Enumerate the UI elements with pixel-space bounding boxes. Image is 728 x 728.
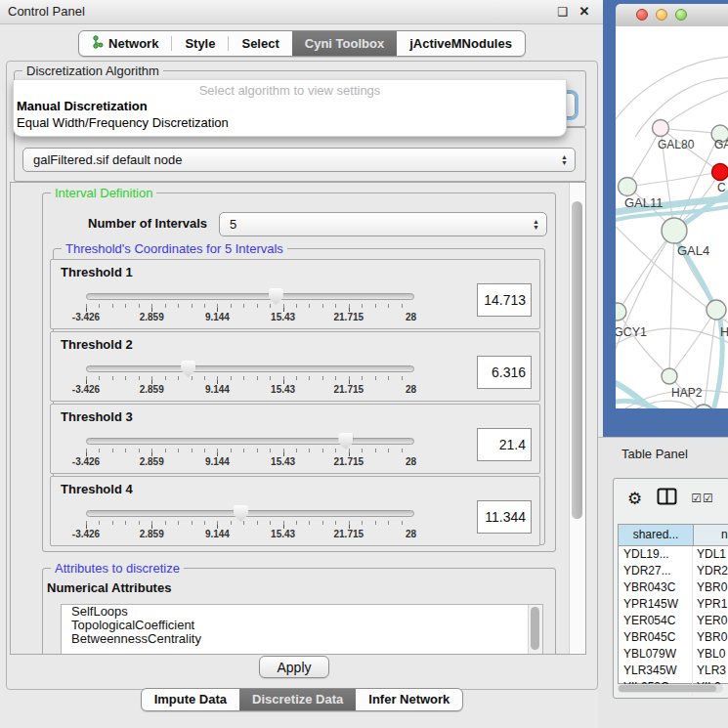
network-window-frame[interactable]: GAL80GACGAL11GAL4GCY1HHAP2 [603, 0, 728, 437]
slider-track[interactable] [86, 510, 414, 517]
list-item[interactable]: TopologicalCoefficient [62, 619, 542, 632]
table-row[interactable]: YER054CYER0 [619, 613, 728, 629]
threshold-label: Threshold 2 [61, 337, 133, 352]
network-node[interactable] [662, 368, 677, 384]
control-panel-tabbar: Network Style Select Cyni Toolbox jActiv… [0, 30, 604, 57]
node-label: GAL11 [624, 195, 664, 210]
number-of-intervals-combo[interactable]: 5 ▲▼ [219, 212, 547, 236]
dropdown-option-equal-width[interactable]: Equal Width/Frequency Discretization [14, 114, 566, 131]
table-row[interactable]: YBL079WYBL0 [619, 646, 728, 663]
tick-label: -3.426 [72, 529, 100, 539]
numerical-attributes-list[interactable]: SelfLoops TopologicalCoefficient Between… [61, 604, 543, 655]
column-header[interactable]: na [694, 525, 728, 545]
table-row[interactable]: YBR045CYBR0 [619, 629, 728, 646]
close-window-icon[interactable]: ✕ [575, 0, 594, 23]
network-node[interactable] [662, 218, 687, 243]
group-title: Discretization Algorithm [22, 64, 163, 78]
network-node[interactable] [619, 178, 637, 196]
table-row[interactable]: YDR27...YDR2 [619, 563, 728, 579]
tick-label: 2.859 [140, 384, 164, 395]
threshold-value-field[interactable]: 6.316 [477, 356, 532, 389]
slider-track[interactable] [86, 438, 414, 445]
tick-label: 9.144 [205, 529, 230, 539]
threshold-2-slider[interactable]: -3.426 2.859 9.144 15.43 21.715 28 [86, 362, 414, 395]
mac-zoom-icon[interactable] [675, 9, 687, 21]
table-row[interactable]: YDL19...YDL1 [619, 546, 728, 563]
thresholds-group: Threshold's Coordinates for 5 Intervals … [53, 248, 545, 545]
tab-discretize-data[interactable]: Discretize Data [239, 689, 356, 710]
numerical-attributes-label: Numerical Attributes [47, 580, 171, 595]
group-title: Interval Definition [51, 186, 156, 200]
network-node[interactable] [707, 300, 726, 320]
slider-thumb[interactable] [269, 288, 283, 305]
tab-style[interactable]: Style [172, 31, 228, 56]
gear-icon[interactable]: ⚙ [627, 489, 642, 509]
threshold-3-slider[interactable]: -3.426 2.859 9.144 15.43 21.715 28 [86, 434, 414, 467]
table-row[interactable]: YPR145WYPR1 [619, 596, 728, 613]
tick-label: 9.144 [205, 456, 230, 467]
tick-label: 9.144 [205, 384, 230, 395]
slider-track[interactable] [86, 365, 414, 372]
list-item[interactable]: BetweennessCentrality [62, 632, 542, 646]
network-node[interactable] [653, 120, 669, 137]
mac-close-icon[interactable] [636, 9, 648, 21]
mac-minimize-icon[interactable] [656, 9, 667, 21]
slider-ticks [86, 521, 414, 529]
combo-stepper-icon: ▲▼ [533, 213, 539, 236]
tab-cyni-toolbox[interactable]: Cyni Toolbox [292, 31, 397, 56]
tab-impute-data[interactable]: Impute Data [142, 689, 239, 710]
list-item[interactable]: SelfLoops [62, 605, 542, 619]
slider-track[interactable] [86, 293, 414, 300]
cyni-mode-tabbar: Impute Data Discretize Data Infer Networ… [0, 688, 604, 711]
dropdown-option-manual[interactable]: Manual Discretization [14, 98, 566, 114]
scrollbar-thumb[interactable] [619, 685, 716, 692]
settings-scrollbar[interactable] [569, 183, 585, 654]
tab-jactivemnodules[interactable]: jActiveMNodules [397, 31, 525, 56]
tab-infer-network[interactable]: Infer Network [356, 689, 462, 710]
select-columns-icon[interactable]: ☑☑ [691, 492, 714, 505]
control-panel-titlebar: Control Panel ❑ ✕ [0, 0, 604, 24]
table-horizontal-scrollbar[interactable] [618, 684, 723, 693]
threshold-value-field[interactable]: 14.713 [477, 283, 532, 317]
tick-label: 2.859 [140, 529, 164, 539]
group-title: Attributes to discretize [51, 561, 184, 576]
node-label: HAP2 [671, 386, 703, 400]
slider-ticks [86, 449, 414, 456]
threshold-1-slider[interactable]: -3.426 2.859 9.144 15.43 21.715 28 [86, 289, 414, 322]
tick-label: 2.859 [140, 456, 164, 467]
tick-label: -3.426 [72, 456, 100, 467]
network-window-titlebar [616, 4, 728, 27]
tick-label: -3.426 [72, 384, 100, 395]
threshold-1-panel: Threshold 1 -3.426 2.859 9.144 15.43 21.… [50, 259, 540, 329]
table-data-combo[interactable]: galFiltered.sif default node ▲▼ [22, 148, 576, 172]
interval-definition-group: Interval Definition Number of Intervals … [42, 193, 556, 552]
slider-thumb[interactable] [234, 505, 248, 522]
tab-network[interactable]: Network [79, 31, 171, 56]
threshold-3-panel: Threshold 3 -3.426 2.859 9.144 15.43 21.… [50, 404, 540, 474]
tab-select[interactable]: Select [229, 31, 291, 56]
node-label: GAL80 [658, 138, 695, 151]
split-panel-icon[interactable] [657, 488, 677, 509]
threshold-value-field[interactable]: 21.4 [477, 428, 532, 461]
column-header[interactable]: shared... [619, 525, 694, 545]
network-canvas[interactable]: GAL80GACGAL11GAL4GCY1HHAP2 [616, 26, 728, 408]
scrollbar-thumb[interactable] [572, 201, 582, 519]
slider-thumb[interactable] [181, 361, 195, 377]
table-row[interactable]: YBR043CYBR0 [619, 579, 728, 596]
threshold-4-slider[interactable]: -3.426 2.859 9.144 15.43 21.715 28 [86, 506, 414, 539]
list-scrollbar[interactable] [528, 605, 542, 655]
tick-label: 21.715 [334, 312, 364, 322]
apply-button[interactable]: Apply [259, 656, 329, 678]
table-row[interactable]: YLR345WYLR3 [619, 663, 728, 679]
dropdown-hint: Select algorithm to view settings [14, 83, 566, 98]
threshold-value-field[interactable]: 11.344 [477, 500, 532, 534]
network-node[interactable] [712, 164, 728, 181]
slider-thumb[interactable] [338, 433, 353, 450]
slider-ticks [86, 304, 414, 312]
settings-scroll-area: Interval Definition Number of Intervals … [10, 182, 586, 655]
network-icon [92, 35, 104, 52]
threshold-2-panel: Threshold 2 -3.426 2.859 9.144 15.43 21.… [50, 331, 540, 402]
float-window-icon[interactable]: ❑ [553, 0, 573, 23]
threshold-4-panel: Threshold 4 -3.426 2.859 9.144 15.43 21.… [50, 476, 540, 546]
network-node[interactable] [616, 303, 626, 321]
